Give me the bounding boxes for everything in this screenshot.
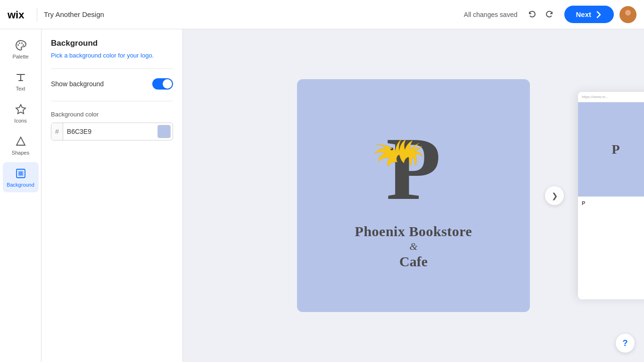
next-label: Next	[576, 10, 591, 18]
next-arrow-icon	[595, 11, 603, 18]
panel-title: Background	[51, 39, 173, 48]
logo-content: P Phoenix Bookst	[355, 122, 472, 270]
undo-redo-group	[525, 7, 557, 22]
canvas-area: P Phoenix Bookst	[183, 29, 644, 362]
topbar-divider	[37, 8, 37, 22]
sidebar-item-icons[interactable]: Icons	[3, 98, 39, 128]
show-background-row: Show background	[51, 78, 173, 90]
nav-arrow-button[interactable]: ❯	[545, 186, 564, 205]
right-preview-url: https://www.m...	[578, 92, 644, 102]
panel-divider	[51, 68, 173, 69]
redo-button[interactable]	[542, 7, 557, 22]
shapes-label: Shapes	[12, 150, 29, 156]
logo-card: P Phoenix Bookst	[297, 79, 530, 312]
wix-logo: wix	[8, 8, 30, 21]
undo-icon	[528, 10, 537, 19]
color-hash: #	[51, 123, 63, 140]
right-preview-p: P	[611, 142, 619, 157]
phoenix-wing-svg	[372, 131, 424, 173]
saved-status: All changes saved	[464, 11, 518, 18]
svg-text:wix: wix	[8, 9, 25, 21]
logo-tagline: Cafe	[355, 254, 472, 270]
svg-point-4	[19, 42, 20, 44]
color-swatch[interactable]	[157, 125, 171, 138]
try-another-design-label: Try Another Design	[44, 10, 104, 18]
right-preview-text: P	[578, 197, 644, 210]
panel-divider-2	[51, 101, 173, 101]
icons-label: Icons	[14, 118, 26, 123]
redo-icon	[545, 10, 554, 19]
text-icon	[14, 71, 27, 84]
palette-label: Palette	[12, 54, 28, 59]
logo-business-name: Phoenix Bookstore	[355, 223, 472, 239]
icons-icon	[14, 103, 27, 116]
background-label: Background	[7, 182, 34, 188]
shapes-icon	[14, 135, 27, 148]
show-background-toggle[interactable]	[152, 78, 173, 90]
sidebar-item-background[interactable]: Background	[3, 162, 39, 192]
show-background-label: Show background	[51, 80, 104, 88]
color-value-input[interactable]	[63, 128, 156, 135]
panel-subtitle: Pick a background color for your logo.	[51, 52, 173, 59]
logo-ampersand: &	[355, 240, 472, 253]
right-preview-logo-bg: P	[578, 102, 644, 197]
avatar-image	[619, 6, 636, 23]
svg-marker-7	[16, 105, 25, 114]
main-layout: Palette Text Icons Shap	[0, 29, 644, 362]
wix-logo-svg: wix	[8, 8, 30, 21]
user-avatar[interactable]	[619, 6, 636, 23]
svg-point-3	[17, 44, 19, 46]
background-icon	[14, 167, 27, 180]
right-preview: https://www.m... P P	[578, 92, 644, 299]
undo-button[interactable]	[525, 7, 540, 22]
color-input-row: #	[51, 123, 173, 140]
nav-arrow-icon: ❯	[552, 191, 558, 200]
text-label: Text	[16, 86, 25, 91]
svg-point-2	[625, 10, 631, 16]
logo-letter-container: P	[366, 122, 461, 216]
icon-sidebar: Palette Text Icons Shap	[0, 29, 41, 362]
svg-point-6	[23, 44, 24, 46]
help-icon: ?	[623, 338, 628, 348]
svg-point-5	[21, 42, 23, 44]
svg-point-12	[391, 148, 392, 149]
next-button[interactable]: Next	[564, 6, 614, 23]
help-button[interactable]: ?	[616, 334, 635, 353]
palette-icon	[14, 39, 27, 52]
svg-point-11	[390, 148, 393, 150]
sidebar-item-palette[interactable]: Palette	[3, 34, 39, 64]
svg-rect-10	[19, 172, 23, 175]
sidebar-item-text[interactable]: Text	[3, 66, 39, 96]
sidebar-item-shapes[interactable]: Shapes	[3, 130, 39, 160]
panel: Background Pick a background color for y…	[41, 29, 183, 362]
logo-text: Phoenix Bookstore & Cafe	[355, 223, 472, 270]
color-label: Background color	[51, 111, 173, 118]
topbar: wix Try Another Design All changes saved…	[0, 0, 644, 29]
